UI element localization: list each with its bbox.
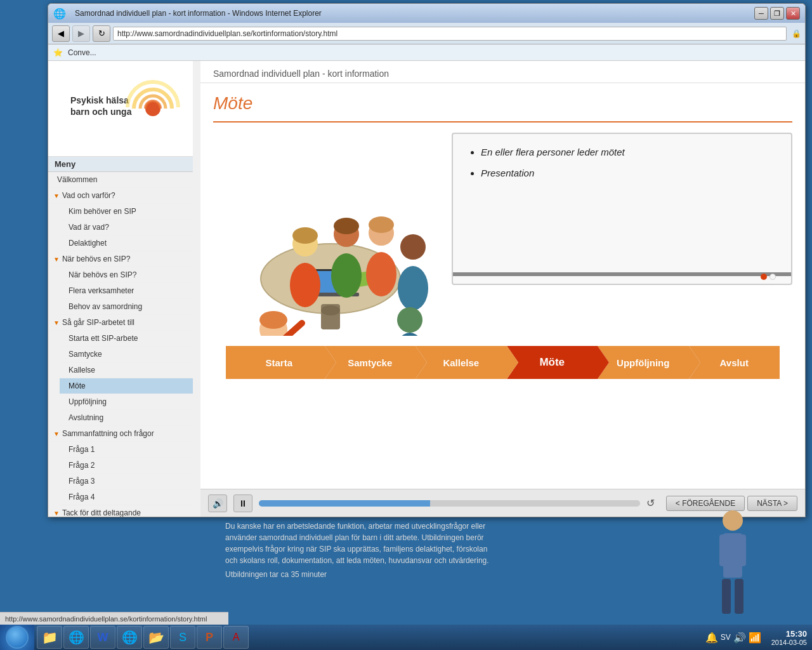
sidebar-item-fraga1[interactable]: Fråga 1 bbox=[60, 442, 193, 458]
sidebar-item-fraga4[interactable]: Fråga 4 bbox=[60, 489, 193, 505]
slide-content: En eller flera personer leder mötet Pres… bbox=[213, 133, 792, 336]
step-uppfoljning[interactable]: Uppföljning bbox=[598, 346, 689, 379]
content-area: Psykisk hälsa barn och unga Me bbox=[48, 61, 805, 517]
clock-time: 15:30 bbox=[771, 629, 807, 639]
bullet-1: En eller flera personer leder mötet bbox=[481, 147, 776, 157]
sidebar-scroll[interactable]: Psykisk hälsa barn och unga Me bbox=[48, 61, 193, 517]
step-mote[interactable]: Möte bbox=[507, 346, 598, 379]
step-starta[interactable]: Starta bbox=[226, 346, 325, 379]
close-button[interactable]: ✕ bbox=[786, 7, 800, 20]
favorites-item[interactable]: Conve... bbox=[68, 48, 96, 57]
menu-sub-vad: Kim behöver en SIP Vad är vad? Delaktigh… bbox=[48, 204, 193, 251]
arrow-icon-sa: ▼ bbox=[53, 319, 60, 326]
minimize-button[interactable]: ─ bbox=[754, 7, 768, 20]
svg-point-6 bbox=[321, 305, 340, 315]
progress-fill bbox=[259, 500, 430, 507]
pause-button[interactable]: ⏸ bbox=[233, 494, 252, 512]
eraser-red bbox=[761, 274, 767, 280]
reload-button[interactable]: ↻ bbox=[93, 25, 110, 42]
svg-rect-37 bbox=[738, 534, 746, 566]
slide-title: Möte bbox=[213, 93, 792, 114]
sidebar-item-fraga2[interactable]: Fråga 2 bbox=[60, 458, 193, 474]
taskbar-app-acrobat[interactable]: A bbox=[223, 626, 249, 649]
meeting-illustration bbox=[213, 133, 442, 336]
sidebar-item-nar-sip[interactable]: När behövs en SIP? bbox=[60, 267, 193, 283]
sidebar-item-mote[interactable]: Möte bbox=[60, 378, 193, 394]
sidebar-item-delaktighet[interactable]: Delaktighet bbox=[60, 235, 193, 251]
arrow-icon-nar: ▼ bbox=[53, 256, 60, 263]
progress-bar[interactable] bbox=[259, 500, 640, 507]
tray-icon-1: 🔔 bbox=[705, 632, 718, 644]
favorites-bar: ⭐ Conve... bbox=[48, 44, 805, 61]
tray-network: 📶 bbox=[749, 632, 761, 644]
logo: Psykisk hälsa barn och unga bbox=[55, 67, 188, 150]
step-kallelse[interactable]: Kallelse bbox=[416, 346, 507, 379]
svg-point-27 bbox=[395, 333, 425, 336]
sidebar-section-sa[interactable]: ▼ Så går SIP-arbetet till bbox=[48, 315, 193, 331]
sidebar-item-fraga3[interactable]: Fråga 3 bbox=[60, 474, 193, 489]
system-tray: 🔔 SV 🔊 📶 bbox=[700, 632, 766, 644]
taskbar-app-ppt[interactable]: P bbox=[197, 626, 222, 649]
sidebar-item-flera[interactable]: Flera verksamheter bbox=[60, 283, 193, 299]
svg-text:barn och unga: barn och unga bbox=[70, 107, 132, 117]
address-bar: ◀ ▶ ↻ 🔒 bbox=[48, 23, 805, 44]
page-header: Samordnad individuell plan - kort inform… bbox=[200, 61, 805, 83]
menu-sub-nar: När behövs en SIP? Flera verksamheter Be… bbox=[48, 267, 193, 315]
sidebar-item-samtycke[interactable]: Samtycke bbox=[60, 347, 193, 362]
taskbar-app-folder[interactable]: 📂 bbox=[143, 626, 169, 649]
sidebar-item-welcome[interactable]: Välkommen bbox=[48, 172, 193, 188]
svg-point-22 bbox=[366, 252, 396, 296]
title-underline bbox=[213, 121, 792, 123]
bullet-2: Presentation bbox=[481, 168, 776, 178]
bottom-paragraph2: Utbildningen tar ca 35 minuter bbox=[225, 570, 492, 579]
reset-button[interactable]: ↺ bbox=[646, 497, 655, 509]
step-samtycke[interactable]: Samtycke bbox=[325, 346, 416, 379]
person-figure bbox=[710, 508, 755, 622]
taskbar: 📁 🌐 W 🌐 📂 S P A 🔔 SV 🔊 📶 15:30 2014-03-0… bbox=[0, 625, 812, 650]
svg-point-13 bbox=[259, 311, 287, 329]
eraser-white bbox=[769, 274, 776, 280]
sidebar-item-vad[interactable]: Vad är vad? bbox=[60, 220, 193, 235]
sidebar-section-nar[interactable]: ▼ När behövs en SIP? bbox=[48, 251, 193, 267]
sidebar-item-avslutning[interactable]: Avslutning bbox=[60, 410, 193, 426]
svg-point-23 bbox=[369, 216, 394, 233]
url-input[interactable] bbox=[113, 27, 787, 41]
sidebar-item-starta[interactable]: Starta ett SIP-arbete bbox=[60, 331, 193, 347]
taskbar-right: 🔔 SV 🔊 📶 15:30 2014-03-05 bbox=[700, 629, 812, 646]
taskbar-app-word[interactable]: W bbox=[90, 626, 115, 649]
url-status-text: http://www.samordnadindividuellplan.se/k… bbox=[5, 615, 207, 623]
tray-lang: SV bbox=[721, 633, 731, 642]
taskbar-app-ie[interactable]: 🌐 bbox=[63, 626, 89, 649]
step-avslut[interactable]: Avslut bbox=[689, 346, 780, 379]
sidebar-section-sammanfattning[interactable]: ▼ Sammanfattning och frågor bbox=[48, 426, 193, 442]
start-button[interactable] bbox=[0, 625, 34, 650]
window-controls: ─ ❐ ✕ bbox=[754, 7, 800, 20]
sidebar-section-vad[interactable]: ▼ Vad och varför? bbox=[48, 188, 193, 204]
clock-date: 2014-03-05 bbox=[771, 639, 807, 646]
main-panel: Samordnad individuell plan - kort inform… bbox=[200, 61, 805, 517]
taskbar-app-skype[interactable]: S bbox=[170, 626, 195, 649]
sidebar-item-kim[interactable]: Kim behöver en SIP bbox=[60, 204, 193, 220]
svg-point-19 bbox=[331, 253, 362, 298]
back-button[interactable]: ◀ bbox=[52, 25, 70, 42]
sidebar-item-kallelse[interactable]: Kallelse bbox=[60, 362, 193, 378]
sidebar-item-behov[interactable]: Behov av samordning bbox=[60, 299, 193, 315]
forward-button[interactable]: ▶ bbox=[72, 25, 90, 42]
browser-icon: 🌐 bbox=[53, 8, 66, 20]
volume-button[interactable]: 🔊 bbox=[208, 494, 227, 512]
taskbar-app-ie2[interactable]: 🌐 bbox=[117, 626, 142, 649]
svg-point-16 bbox=[290, 263, 320, 307]
next-button[interactable]: NÄSTA > bbox=[747, 496, 797, 511]
taskbar-clock: 15:30 2014-03-05 bbox=[771, 629, 807, 646]
sidebar-item-uppfoljning[interactable]: Uppföljning bbox=[60, 394, 193, 410]
menu-label: Meny bbox=[48, 157, 193, 172]
sidebar-section-tack[interactable]: ▼ Tack för ditt deltagande bbox=[48, 505, 193, 517]
restore-button[interactable]: ❐ bbox=[770, 7, 784, 20]
svg-point-24 bbox=[400, 234, 426, 260]
taskbar-app-explorer[interactable]: 📁 bbox=[37, 626, 62, 649]
start-orb bbox=[6, 626, 29, 649]
sidebar: Psykisk hälsa barn och unga Me bbox=[48, 61, 200, 517]
arrow-icon-tack: ▼ bbox=[53, 510, 60, 517]
presentation-area: Möte bbox=[200, 83, 805, 399]
browser-window: 🌐 Samordnad individuell plan - kort info… bbox=[48, 3, 806, 517]
